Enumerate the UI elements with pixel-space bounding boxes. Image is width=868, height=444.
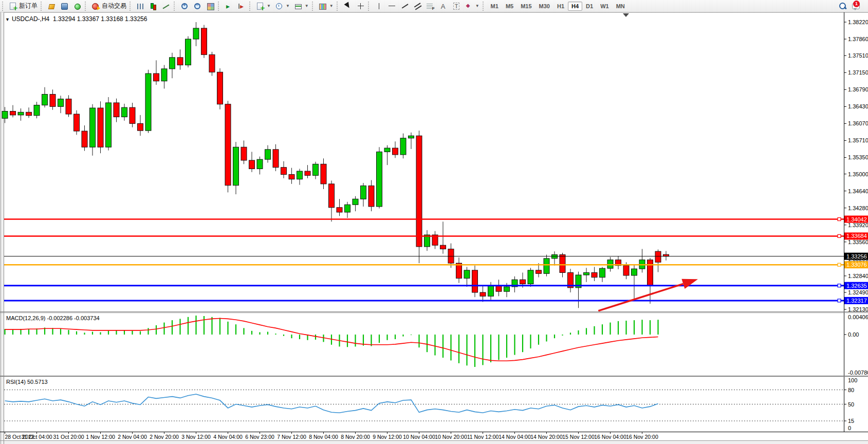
bear-candle [456,263,462,278]
line-handle[interactable] [838,218,841,221]
time-tick-label: 3 Nov 12:00 [181,434,211,440]
tile-windows-button[interactable] [204,1,217,11]
toolbar-grip[interactable] [337,2,339,11]
toolbar-grip[interactable] [174,2,176,11]
market-watch-icon [47,2,56,10]
chart-shift-button[interactable] [223,1,235,11]
toolbar-grip[interactable] [2,2,5,11]
bear-candle [480,292,486,296]
chart-dropdown-icon[interactable]: ▼ [5,17,10,22]
horizontal-line-button[interactable] [385,1,398,11]
vertical-line-button[interactable] [373,1,385,11]
dropdown-caret-icon: ▼ [305,4,309,8]
trendline-button[interactable] [398,1,411,11]
price-tick-label: 1.36070 [848,120,868,126]
clock-button[interactable]: ▼ [273,1,292,11]
toolbar-grip[interactable] [130,2,132,11]
chart-autoscroll-button[interactable] [235,1,248,11]
bull-candle [297,171,303,179]
line-chart-icon [162,2,171,10]
time-tick-label: 8 Nov 20:00 [341,434,370,440]
bull-candle [106,103,112,147]
time-tick-label: 10 Nov 04:00 [403,434,435,440]
bear-candle [130,107,135,123]
bull-candle [186,39,191,65]
bear-candle [241,147,247,160]
bear-candle [50,94,56,106]
timeframe-m5-button[interactable]: M5 [502,2,517,11]
time-tick-label: 31 Oct 04:00 [21,434,52,440]
toolbar-groups: 新订单自动交易▼▼▼▼▼ [1,1,482,11]
timeframe-m30-button[interactable]: M30 [535,2,553,11]
bar-chart-icon [136,2,145,10]
bull-candle [122,107,127,117]
new-chart-button[interactable]: ▼ [254,1,273,11]
toolbar-grip[interactable] [368,2,371,11]
bull-candle [90,108,96,147]
bear-candle [289,175,294,179]
toolbar-grip[interactable] [312,2,315,11]
line-handle[interactable] [838,299,841,302]
text-label-button[interactable] [450,1,463,11]
crosshair-button[interactable] [354,1,367,11]
data-window-button[interactable] [58,1,71,11]
chat-icon[interactable]: 1 [852,2,862,11]
bear-candle [225,104,231,186]
line-handle[interactable] [838,234,841,237]
bear-candle [623,266,629,275]
chart-canvas[interactable]: 1.382201.378601.375101.371501.367901.364… [0,12,868,444]
bear-candle [10,112,16,115]
text-button[interactable] [437,1,450,11]
timeframe-h4-button[interactable]: H4 [568,2,582,11]
timeframe-d1-button[interactable]: D1 [582,2,597,11]
toolbar-grip[interactable] [483,2,485,11]
line-handle[interactable] [838,284,841,287]
bull-candle [42,94,48,105]
time-tick-label: 4 Nov 04:00 [213,434,243,440]
button-label: 自动交易 [102,2,126,10]
timeframe-m1-button[interactable]: M1 [487,2,502,11]
market-watch-button[interactable] [45,1,58,11]
price-tick-label: 1.35350 [848,154,868,160]
signals-button[interactable] [71,1,84,11]
new-order-button[interactable]: 新订单 [7,1,40,11]
svg-text:1.33256: 1.33256 [846,253,867,260]
bull-candle [265,150,271,159]
bull-candle [58,99,64,107]
bull-candle [145,73,151,131]
chart-style-button[interactable]: ▼ [292,1,311,11]
zoom-out-button[interactable] [191,1,204,11]
toolbar-grip[interactable] [85,2,87,11]
cursor-button[interactable] [341,1,354,11]
timeframe-m15-button[interactable]: M15 [517,2,535,11]
search-icon[interactable] [838,2,847,11]
toolbar-grip[interactable] [218,2,220,11]
bear-candle [393,148,398,155]
price-tick-label: 1.33560 [848,239,868,245]
channel-button[interactable] [411,1,424,11]
fibonacci-button[interactable] [424,1,437,11]
timeframe-mn-button[interactable]: MN [613,2,629,11]
dropdown-caret-icon: ▼ [329,4,334,8]
arrows-button[interactable]: ▼ [463,1,482,11]
toolbar-grip[interactable] [249,2,252,11]
candlestick-chart-button[interactable] [147,1,160,11]
vertical-line-icon [375,2,383,10]
signals-icon [73,2,82,10]
line-handle[interactable] [838,263,841,266]
candlestick-chart-icon [149,2,158,10]
autotrading-button[interactable]: 自动交易 [89,1,128,11]
time-tick-label: 16 Nov 04:00 [594,434,626,440]
toolbar-grip[interactable] [41,2,43,11]
line-chart-button[interactable] [160,1,173,11]
zoom-in-icon [180,2,189,10]
bar-chart-button[interactable] [134,1,147,11]
timeframe-h1-button[interactable]: H1 [553,2,568,11]
template-button[interactable]: ▼ [317,1,336,11]
zoom-in-button[interactable] [178,1,191,11]
price-tick-label: 1.34280 [848,205,868,211]
bear-candle [520,280,526,284]
timeframe-w1-button[interactable]: W1 [597,2,613,11]
time-tick-label: 31 Oct 20:00 [53,434,84,440]
bear-candle [209,54,215,72]
